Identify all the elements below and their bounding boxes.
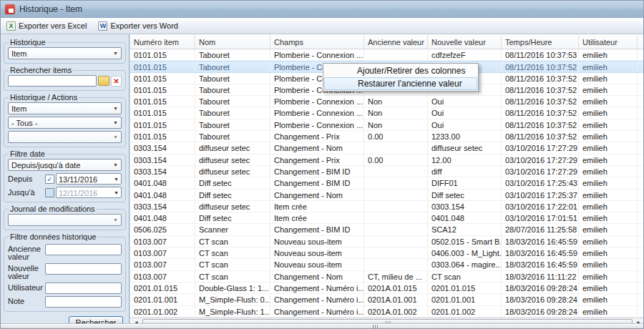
- table-row[interactable]: 0303.154diffuseur setecChangement - BIM …: [130, 166, 644, 177]
- table-cell: Diff setec: [195, 212, 270, 223]
- table-cell: 0303.154: [428, 201, 502, 212]
- group-journal: Journal de modifications: [4, 205, 126, 230]
- depuis-checkbox[interactable]: ✓: [45, 175, 54, 184]
- table-cell: M_Simple-Flush: 1...: [195, 306, 270, 317]
- table-cell: CT scan: [195, 247, 270, 258]
- table-row[interactable]: 0101.015TabouretChangement - Prix0.00123…: [130, 131, 644, 142]
- table-cell: Scanner: [195, 224, 270, 235]
- ancienne-valeur-input[interactable]: [45, 244, 122, 255]
- table-cell: emilieh: [579, 201, 638, 212]
- rechercher-items-input[interactable]: [8, 75, 97, 87]
- note-input[interactable]: [45, 296, 122, 308]
- table-row[interactable]: 0103.007CT scanNouveau sous-item0303.064…: [130, 259, 644, 270]
- menu-item-ajouter-retirer-colonnes[interactable]: Ajouter/Retirer des colonnes: [324, 64, 477, 77]
- table-cell: emilieh: [579, 119, 638, 130]
- group-filtre-donnees: Filtre données historique Ancienne valeu…: [4, 232, 126, 312]
- table-cell: Nouveau sous-item: [270, 247, 364, 258]
- group-filtre-date-label: Filtre date: [9, 149, 47, 158]
- note-label: Note: [8, 296, 45, 305]
- table-row[interactable]: 0201.01.002M_Simple-Flush: 1...Changemen…: [130, 306, 644, 318]
- table-row[interactable]: 0101.015TabouretPlomberie - Connexion ..…: [130, 49, 644, 61]
- table-cell: 03/10/2016 17:27:29: [502, 154, 579, 165]
- table-row[interactable]: 0401.048Diff setecItem crée0401.04803/10…: [130, 212, 644, 224]
- table-row[interactable]: 0401.048Diff setecChangement - BIM IDDIF…: [130, 177, 644, 189]
- menu-item-restaurer-ancienne-valeur[interactable]: Restaurer l'ancienne valeur: [324, 77, 477, 90]
- export-word-button[interactable]: W Exporter vers Word: [95, 20, 181, 32]
- clear-icon[interactable]: ✕: [111, 76, 122, 87]
- table-cell: Tabouret: [195, 131, 270, 142]
- table-cell: 18/03/2016 16:45:59: [502, 247, 579, 258]
- table-cell: emilieh: [579, 49, 638, 60]
- window: Historique - Item X Exporter vers Excel …: [0, 0, 644, 329]
- table-cell: emilieh: [579, 142, 638, 153]
- table-cell: Nouveau sous-item: [270, 236, 364, 247]
- utilisateur-label: Utilisateur: [8, 283, 45, 292]
- table-cell: 28/07/2016 11:25:58: [502, 224, 579, 235]
- table-row[interactable]: 0201.01.001M_Simple-Flush: 0...Changemen…: [130, 294, 644, 305]
- table-cell: Tabouret: [195, 62, 270, 72]
- table-row[interactable]: 0103.007CT scanNouveau sous-item0406.003…: [130, 247, 644, 259]
- table-cell: 0.00: [364, 154, 428, 165]
- group-rechercher-items: Rechercher items ✕: [4, 66, 126, 91]
- folder-icon[interactable]: [98, 76, 109, 86]
- table-row[interactable]: 0103.007CT scanNouveau sous-item0502.015…: [130, 236, 644, 247]
- table-cell: 08/11/2016 10:37:52: [502, 84, 579, 95]
- table-cell: 18/03/2016 09:28:24: [502, 283, 579, 293]
- table-cell: Changement - Prix: [270, 154, 364, 165]
- table-cell: Changement - Numéro i...: [270, 294, 364, 305]
- export-excel-button[interactable]: X Exporter vers Excel: [4, 20, 89, 32]
- sidebar: Historique Item Rechercher items ✕ Histo…: [1, 34, 130, 324]
- column-header-champs[interactable]: Champs: [270, 35, 364, 49]
- table-cell: emilieh: [579, 62, 638, 72]
- table-cell: CT scan: [195, 271, 270, 282]
- table-row[interactable]: 0506.025ScannerChangement - BIM IDSCA122…: [130, 224, 644, 235]
- column-header-nouvelle-valeur[interactable]: Nouvelle valeur: [428, 35, 502, 49]
- table-cell: 0103.007: [130, 236, 195, 247]
- utilisateur-input[interactable]: [45, 283, 122, 294]
- table-row[interactable]: 0303.154diffuseur setecChangement - Prix…: [130, 154, 644, 166]
- table-cell: 0303.154: [130, 142, 195, 153]
- date-mode-dropdown[interactable]: Depuis/jusqu'à date: [8, 159, 122, 171]
- jusqua-date-picker[interactable]: 12/11/2016: [56, 187, 122, 198]
- table-cell: emilieh: [579, 131, 638, 142]
- column-header-nom[interactable]: Nom: [195, 35, 270, 49]
- table-cell-filler: [638, 259, 644, 270]
- table-cell: Tabouret: [195, 96, 270, 107]
- table-cell: emilieh: [579, 84, 638, 95]
- column-header-temps-heure[interactable]: Temps/Heure: [502, 35, 579, 49]
- column-header-ancienne-valeur[interactable]: Ancienne valeur: [364, 35, 428, 49]
- table-cell: 08/11/2016 10:37:53: [502, 49, 579, 60]
- table-row[interactable]: 0101.015TabouretPlomberie - Connexion ..…: [130, 119, 644, 131]
- column-header-numero-item[interactable]: Numéro item: [130, 35, 195, 49]
- table-cell: emilieh: [579, 224, 638, 235]
- table-row[interactable]: 0101.015TabouretPlomberie - Connexion ..…: [130, 107, 644, 119]
- jusqua-checkbox[interactable]: [45, 188, 54, 197]
- table-row[interactable]: 0101.015TabouretPlomberie - Connexion ..…: [130, 96, 644, 107]
- table-cell-filler: [638, 271, 644, 282]
- bottom-splitter[interactable]: [1, 323, 643, 328]
- table-cell: [364, 49, 428, 60]
- table-row[interactable]: 0103.007CT scanChangement - NomCT, milie…: [130, 271, 644, 283]
- table-header: Numéro item Nom Champs Ancienne valeur N…: [130, 35, 644, 49]
- table-cell: 0201.01.001: [428, 294, 502, 305]
- column-header-utilisateur[interactable]: Utilisateur: [579, 35, 638, 49]
- nouvelle-valeur-input[interactable]: [45, 263, 122, 275]
- table-cell: [364, 166, 428, 177]
- actions-type-dropdown[interactable]: Item: [8, 102, 122, 114]
- titlebar[interactable]: Historique - Item: [1, 1, 643, 18]
- actions-filter-dropdown[interactable]: - Tous -: [8, 117, 122, 129]
- historique-dropdown[interactable]: Item: [8, 47, 122, 59]
- table-row[interactable]: 0201.01.015Double-Glass 1: 1...Changemen…: [130, 283, 644, 294]
- table-row[interactable]: 0401.048Diff setecChangement - NomDiff s…: [130, 190, 644, 201]
- table-row[interactable]: 0303.154diffuseur setecItem crée0303.154…: [130, 201, 644, 212]
- journal-dropdown[interactable]: [8, 214, 122, 226]
- table-cell: 0101.015: [130, 96, 195, 107]
- table-cell: 0401.048: [130, 177, 195, 188]
- actions-extra-dropdown[interactable]: [8, 131, 122, 143]
- table-cell: [364, 142, 428, 153]
- table-cell: emilieh: [579, 166, 638, 177]
- table-row[interactable]: 0303.154diffuseur setecChangement - Nomd…: [130, 142, 644, 154]
- table-cell: diffuseur setec: [195, 142, 270, 153]
- table-cell: emilieh: [579, 177, 638, 188]
- depuis-date-picker[interactable]: 13/11/2016: [56, 173, 122, 185]
